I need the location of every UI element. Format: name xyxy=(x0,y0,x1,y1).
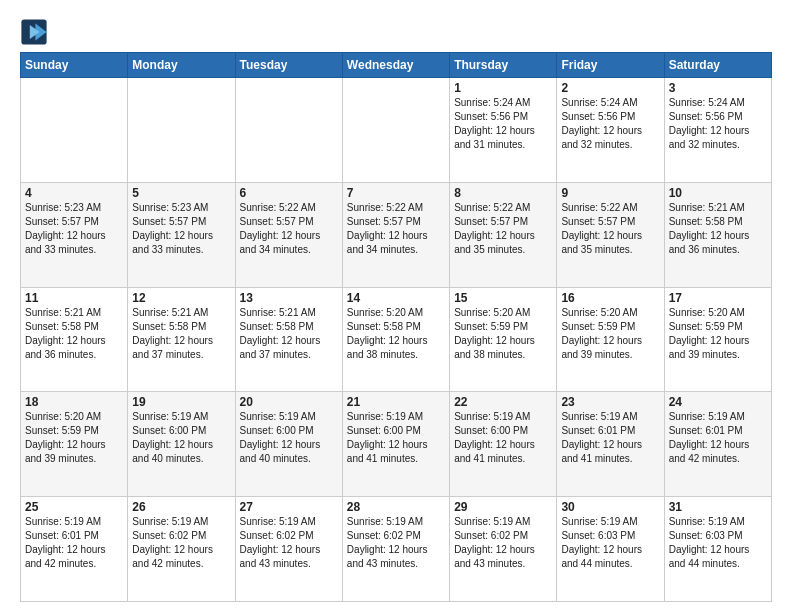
cell-info: and 36 minutes. xyxy=(669,243,767,257)
cell-info: and 41 minutes. xyxy=(561,452,659,466)
day-number: 23 xyxy=(561,395,659,409)
weekday-header-row: SundayMondayTuesdayWednesdayThursdayFrid… xyxy=(21,53,772,78)
cell-info: Daylight: 12 hours xyxy=(561,229,659,243)
day-number: 26 xyxy=(132,500,230,514)
cell-info: Sunset: 6:00 PM xyxy=(132,424,230,438)
cell-info: Sunset: 6:02 PM xyxy=(132,529,230,543)
day-number: 29 xyxy=(454,500,552,514)
cell-info: and 40 minutes. xyxy=(240,452,338,466)
cell-info: Daylight: 12 hours xyxy=(561,124,659,138)
cell-info: Daylight: 12 hours xyxy=(561,334,659,348)
cell-info: Sunrise: 5:24 AM xyxy=(561,96,659,110)
calendar-cell: 2Sunrise: 5:24 AMSunset: 5:56 PMDaylight… xyxy=(557,78,664,183)
cell-info: and 40 minutes. xyxy=(132,452,230,466)
weekday-wednesday: Wednesday xyxy=(342,53,449,78)
day-number: 20 xyxy=(240,395,338,409)
cell-info: Sunrise: 5:19 AM xyxy=(132,410,230,424)
cell-info: Sunset: 6:00 PM xyxy=(347,424,445,438)
cell-info: Daylight: 12 hours xyxy=(561,438,659,452)
cell-info: Daylight: 12 hours xyxy=(132,438,230,452)
cell-info: Daylight: 12 hours xyxy=(240,438,338,452)
cell-info: and 41 minutes. xyxy=(454,452,552,466)
calendar-cell: 27Sunrise: 5:19 AMSunset: 6:02 PMDayligh… xyxy=(235,497,342,602)
cell-info: and 42 minutes. xyxy=(669,452,767,466)
day-number: 9 xyxy=(561,186,659,200)
calendar-cell: 7Sunrise: 5:22 AMSunset: 5:57 PMDaylight… xyxy=(342,182,449,287)
cell-info: Sunset: 5:58 PM xyxy=(240,320,338,334)
cell-info: Sunrise: 5:19 AM xyxy=(561,410,659,424)
cell-info: Sunrise: 5:21 AM xyxy=(25,306,123,320)
day-number: 3 xyxy=(669,81,767,95)
calendar-cell: 10Sunrise: 5:21 AMSunset: 5:58 PMDayligh… xyxy=(664,182,771,287)
cell-info: Sunset: 6:00 PM xyxy=(454,424,552,438)
cell-info: Sunrise: 5:19 AM xyxy=(132,515,230,529)
calendar-cell: 21Sunrise: 5:19 AMSunset: 6:00 PMDayligh… xyxy=(342,392,449,497)
cell-info: Sunset: 5:58 PM xyxy=(669,215,767,229)
calendar-cell: 6Sunrise: 5:22 AMSunset: 5:57 PMDaylight… xyxy=(235,182,342,287)
calendar-week-4: 18Sunrise: 5:20 AMSunset: 5:59 PMDayligh… xyxy=(21,392,772,497)
day-number: 10 xyxy=(669,186,767,200)
cell-info: and 35 minutes. xyxy=(561,243,659,257)
calendar-cell: 24Sunrise: 5:19 AMSunset: 6:01 PMDayligh… xyxy=(664,392,771,497)
cell-info: Sunset: 6:02 PM xyxy=(240,529,338,543)
cell-info: and 32 minutes. xyxy=(561,138,659,152)
cell-info: and 41 minutes. xyxy=(347,452,445,466)
calendar-cell: 20Sunrise: 5:19 AMSunset: 6:00 PMDayligh… xyxy=(235,392,342,497)
cell-info: and 39 minutes. xyxy=(25,452,123,466)
cell-info: Daylight: 12 hours xyxy=(454,229,552,243)
calendar-cell: 12Sunrise: 5:21 AMSunset: 5:58 PMDayligh… xyxy=(128,287,235,392)
cell-info: Sunset: 5:56 PM xyxy=(669,110,767,124)
day-number: 4 xyxy=(25,186,123,200)
cell-info: Sunrise: 5:19 AM xyxy=(669,410,767,424)
calendar-cell: 22Sunrise: 5:19 AMSunset: 6:00 PMDayligh… xyxy=(450,392,557,497)
cell-info: Daylight: 12 hours xyxy=(561,543,659,557)
calendar-cell: 9Sunrise: 5:22 AMSunset: 5:57 PMDaylight… xyxy=(557,182,664,287)
cell-info: Sunset: 5:57 PM xyxy=(347,215,445,229)
page: SundayMondayTuesdayWednesdayThursdayFrid… xyxy=(0,0,792,612)
calendar-cell: 3Sunrise: 5:24 AMSunset: 5:56 PMDaylight… xyxy=(664,78,771,183)
cell-info: and 44 minutes. xyxy=(561,557,659,571)
day-number: 15 xyxy=(454,291,552,305)
cell-info: Daylight: 12 hours xyxy=(240,334,338,348)
cell-info: and 43 minutes. xyxy=(347,557,445,571)
calendar-cell: 5Sunrise: 5:23 AMSunset: 5:57 PMDaylight… xyxy=(128,182,235,287)
cell-info: Sunrise: 5:20 AM xyxy=(454,306,552,320)
cell-info: Daylight: 12 hours xyxy=(240,543,338,557)
cell-info: Daylight: 12 hours xyxy=(347,229,445,243)
day-number: 18 xyxy=(25,395,123,409)
cell-info: Daylight: 12 hours xyxy=(347,334,445,348)
cell-info: Sunrise: 5:21 AM xyxy=(132,306,230,320)
day-number: 25 xyxy=(25,500,123,514)
calendar-cell xyxy=(235,78,342,183)
cell-info: Sunrise: 5:19 AM xyxy=(25,515,123,529)
cell-info: Sunrise: 5:21 AM xyxy=(669,201,767,215)
day-number: 16 xyxy=(561,291,659,305)
cell-info: Daylight: 12 hours xyxy=(347,543,445,557)
cell-info: Sunset: 5:57 PM xyxy=(240,215,338,229)
cell-info: Daylight: 12 hours xyxy=(454,124,552,138)
calendar-cell: 1Sunrise: 5:24 AMSunset: 5:56 PMDaylight… xyxy=(450,78,557,183)
cell-info: Sunset: 5:59 PM xyxy=(669,320,767,334)
cell-info: Sunrise: 5:22 AM xyxy=(454,201,552,215)
cell-info: and 43 minutes. xyxy=(454,557,552,571)
calendar-cell: 26Sunrise: 5:19 AMSunset: 6:02 PMDayligh… xyxy=(128,497,235,602)
day-number: 30 xyxy=(561,500,659,514)
cell-info: Daylight: 12 hours xyxy=(454,543,552,557)
cell-info: Sunset: 5:59 PM xyxy=(25,424,123,438)
day-number: 6 xyxy=(240,186,338,200)
cell-info: Daylight: 12 hours xyxy=(669,438,767,452)
cell-info: Sunrise: 5:19 AM xyxy=(561,515,659,529)
cell-info: Sunrise: 5:19 AM xyxy=(454,515,552,529)
calendar-cell: 8Sunrise: 5:22 AMSunset: 5:57 PMDaylight… xyxy=(450,182,557,287)
cell-info: and 32 minutes. xyxy=(669,138,767,152)
calendar-cell: 28Sunrise: 5:19 AMSunset: 6:02 PMDayligh… xyxy=(342,497,449,602)
cell-info: Daylight: 12 hours xyxy=(454,334,552,348)
calendar-cell: 23Sunrise: 5:19 AMSunset: 6:01 PMDayligh… xyxy=(557,392,664,497)
cell-info: Sunrise: 5:19 AM xyxy=(454,410,552,424)
cell-info: Daylight: 12 hours xyxy=(669,543,767,557)
calendar-cell: 30Sunrise: 5:19 AMSunset: 6:03 PMDayligh… xyxy=(557,497,664,602)
calendar-cell xyxy=(21,78,128,183)
cell-info: Daylight: 12 hours xyxy=(25,543,123,557)
cell-info: and 35 minutes. xyxy=(454,243,552,257)
calendar-table: SundayMondayTuesdayWednesdayThursdayFrid… xyxy=(20,52,772,602)
